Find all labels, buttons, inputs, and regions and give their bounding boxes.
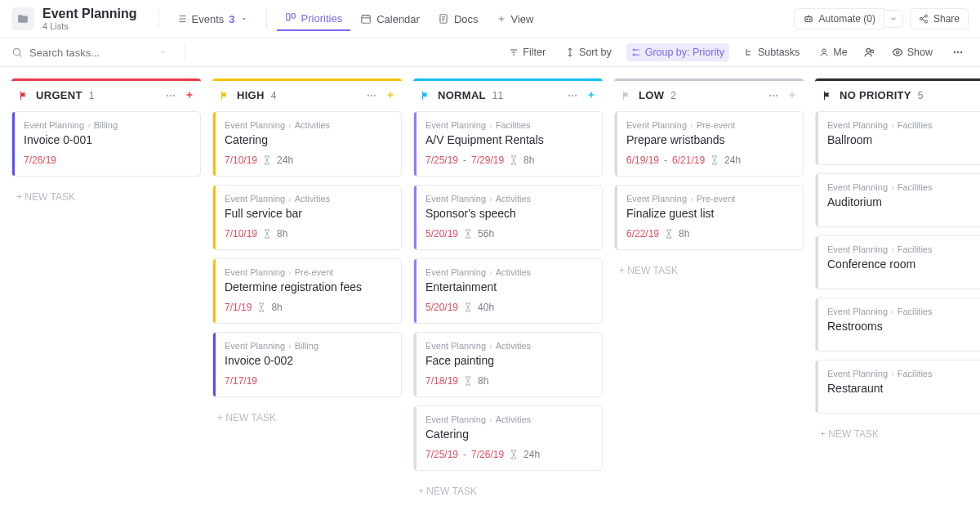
task-card[interactable]: Event Planning›Activities Entertainment … xyxy=(413,258,603,324)
card-date: 5/20/19 xyxy=(425,302,458,313)
card-date: 5/20/19 xyxy=(425,228,458,240)
tab-label: View xyxy=(511,13,534,25)
card-breadcrumb: Event Planning›Activities xyxy=(425,414,592,424)
svg-point-22 xyxy=(924,15,927,17)
card-title: A/V Equipment Rentals xyxy=(425,133,592,146)
task-card[interactable]: Event Planning›Facilities Auditorium xyxy=(815,173,980,227)
search-input[interactable] xyxy=(29,47,127,59)
column-high: HIGH 4 Event Planning›Activities Caterin… xyxy=(212,78,402,430)
people-icon xyxy=(864,47,875,58)
svg-point-35 xyxy=(822,49,826,52)
card-hours: 24h xyxy=(523,449,540,460)
separator xyxy=(158,10,159,28)
task-card[interactable]: Event Planning›Activities Face painting … xyxy=(413,332,603,397)
column-add-button[interactable] xyxy=(787,90,797,101)
card-hours: 8h xyxy=(271,302,282,313)
task-card[interactable]: Event Planning›Pre-event Prepare wristba… xyxy=(614,111,804,177)
task-card[interactable]: Event Planning›Activities Sponsor's spee… xyxy=(413,185,603,250)
column-add-button[interactable] xyxy=(185,90,194,101)
task-card[interactable]: Event Planning›Facilities Conference roo… xyxy=(815,235,980,289)
column-add-button[interactable] xyxy=(385,90,395,101)
subtasks-button[interactable]: Subtasks xyxy=(739,43,804,61)
card-breadcrumb: Event Planning›Activities xyxy=(425,267,592,277)
show-label: Show xyxy=(907,47,933,58)
new-task-button[interactable]: + NEW TASK xyxy=(413,479,603,504)
card-hours: 24h xyxy=(277,154,293,166)
card-breadcrumb: Event Planning›Facilities xyxy=(827,244,980,254)
column-more-button[interactable] xyxy=(768,90,779,101)
task-card[interactable]: Event Planning›Activities Catering 7/25/… xyxy=(413,405,603,471)
task-card[interactable]: Event Planning›Facilities A/V Equipment … xyxy=(413,111,603,177)
column-more-button[interactable] xyxy=(165,90,176,101)
automate-button[interactable]: Automate (0) xyxy=(794,8,884,29)
column-header: NO PRIORITY 5 xyxy=(815,78,980,111)
task-card[interactable]: Event Planning›Pre-event Determine regis… xyxy=(212,258,402,324)
new-task-button[interactable]: + NEW TASK xyxy=(212,405,402,430)
new-task-button[interactable]: + NEW TASK xyxy=(815,422,980,446)
plus-icon xyxy=(497,14,506,24)
new-task-button[interactable]: + NEW TASK xyxy=(614,258,804,283)
tab-docs[interactable]: Docs xyxy=(430,8,487,30)
card-date: 7/17/19 xyxy=(225,375,257,387)
hourglass-icon xyxy=(262,229,272,239)
card-date-end: 6/21/19 xyxy=(672,154,705,166)
person-icon xyxy=(819,47,829,57)
sort-icon xyxy=(565,47,575,57)
task-card[interactable]: Event Planning›Activities Full service b… xyxy=(212,185,402,250)
view-tabs: Events 3 Priorities Calendar Docs View xyxy=(167,7,542,31)
robot-icon xyxy=(803,13,814,25)
card-hours: 8h xyxy=(478,375,488,387)
svg-point-38 xyxy=(896,51,899,54)
card-breadcrumb: Event Planning›Activities xyxy=(225,120,391,130)
hourglass-icon xyxy=(256,302,266,312)
task-card[interactable]: Event Planning›Facilities Ballroom xyxy=(815,111,980,165)
task-card[interactable]: Event Planning›Facilities Restrooms xyxy=(815,298,980,352)
group-button[interactable]: Group by: Priority xyxy=(626,43,729,61)
filter-button[interactable]: Filter xyxy=(504,43,550,61)
column-add-button[interactable] xyxy=(586,90,596,101)
card-breadcrumb: Event Planning›Facilities xyxy=(425,120,592,130)
share-button[interactable]: Share xyxy=(910,8,969,29)
svg-point-41 xyxy=(960,51,962,53)
me-button[interactable]: Me xyxy=(814,43,852,61)
card-hours: 24h xyxy=(724,154,741,166)
tab-add-view[interactable]: View xyxy=(488,8,542,30)
card-hours: 40h xyxy=(478,302,494,313)
flag-icon xyxy=(822,90,833,101)
card-title: Full service bar xyxy=(225,207,391,220)
hourglass-icon xyxy=(710,155,719,165)
page-subtitle: 4 Lists xyxy=(42,21,137,31)
task-card[interactable]: Event Planning›Billing Invoice 0-001 7/2… xyxy=(11,111,201,177)
column-count: 5 xyxy=(918,90,924,101)
tab-events[interactable]: Events 3 xyxy=(167,8,256,30)
card-breadcrumb: Event Planning›Facilities xyxy=(827,369,980,378)
me-label: Me xyxy=(833,47,847,58)
card-title: Catering xyxy=(425,428,592,441)
tab-calendar[interactable]: Calendar xyxy=(352,8,428,30)
task-card[interactable]: Event Planning›Facilities Restaraunt xyxy=(815,360,980,414)
automate-dropdown[interactable] xyxy=(884,10,903,28)
task-card[interactable]: Event Planning›Pre-event Finalize guest … xyxy=(614,185,804,250)
show-button[interactable]: Show xyxy=(887,43,938,61)
svg-point-33 xyxy=(633,49,635,51)
task-card[interactable]: Event Planning›Activities Catering 7/10/… xyxy=(212,111,402,177)
sort-button[interactable]: Sort by xyxy=(560,43,617,61)
filter-icon xyxy=(509,47,519,57)
svg-rect-6 xyxy=(286,14,289,20)
events-count: 3 xyxy=(229,13,234,25)
assignees-button[interactable] xyxy=(862,43,877,61)
more-button[interactable] xyxy=(947,43,969,61)
tab-priorities[interactable]: Priorities xyxy=(277,7,351,31)
task-card[interactable]: Event Planning›Billing Invoice 0-002 7/1… xyxy=(212,332,402,397)
card-date: 7/10/19 xyxy=(225,154,257,166)
column-more-button[interactable] xyxy=(366,90,377,101)
card-hours: 8h xyxy=(523,154,534,166)
new-task-button[interactable]: + NEW TASK xyxy=(11,185,201,209)
column-title: NO PRIORITY xyxy=(840,89,911,101)
column-count: 1 xyxy=(89,90,95,101)
column-more-button[interactable] xyxy=(567,90,578,101)
column-urgent: URGENT 1 Event Planning›Billing Invoice … xyxy=(11,78,201,209)
svg-point-47 xyxy=(368,94,369,96)
hourglass-icon xyxy=(509,450,519,459)
chevron-down-icon[interactable] xyxy=(158,48,167,56)
